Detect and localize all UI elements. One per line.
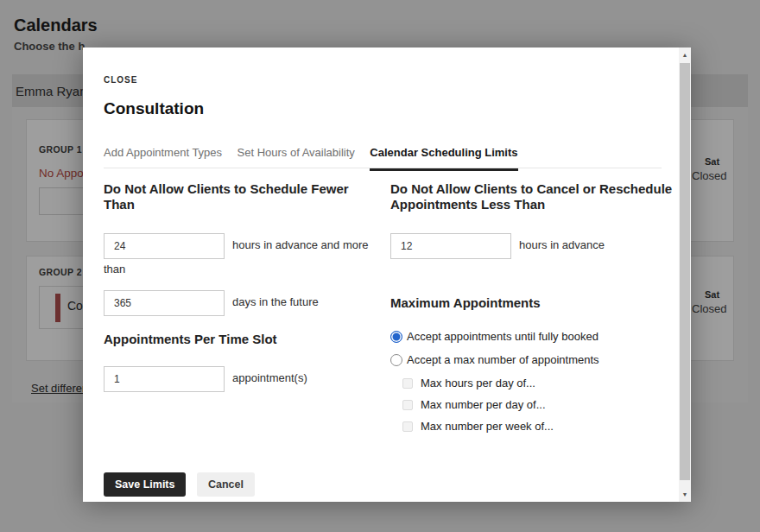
- tab-add-appointment-types[interactable]: Add Appointment Types: [104, 146, 222, 168]
- modal-title: Consultation: [104, 99, 204, 118]
- left-column: Do Not Allow Clients to Schedule Fewer T…: [104, 181, 382, 402]
- cancel-hours-row: hours in advance: [390, 233, 675, 259]
- appointments-per-slot-label: appointment(s): [232, 371, 307, 384]
- hours-in-advance-input[interactable]: [104, 233, 225, 259]
- close-button[interactable]: CLOSE: [104, 75, 137, 85]
- radio-max-number[interactable]: Accept a max number of appointments: [390, 353, 675, 366]
- days-in-future-label: days in the future: [232, 295, 319, 308]
- cancel-hours-label: hours in advance: [519, 238, 605, 251]
- per-time-slot-heading: Appointments Per Time Slot: [104, 332, 382, 347]
- cancel-button[interactable]: Cancel: [197, 472, 255, 497]
- days-in-future-row: days in the future: [104, 290, 382, 316]
- hours-in-advance-row: hours in advance and more than: [104, 233, 382, 280]
- radio-fully-booked[interactable]: Accept appointments until fully booked: [390, 330, 675, 343]
- cancel-reschedule-heading: Do Not Allow Clients to Cancel or Resche…: [390, 181, 675, 212]
- scroll-up-icon[interactable]: ▲: [679, 48, 691, 62]
- modal-scrollbar[interactable]: ▲ ▼: [679, 48, 691, 502]
- appointments-per-slot-input[interactable]: [104, 366, 225, 392]
- tab-calendar-scheduling-limits[interactable]: Calendar Scheduling Limits: [370, 146, 517, 171]
- right-column: Do Not Allow Clients to Cancel or Resche…: [390, 181, 675, 441]
- radio-selected-icon[interactable]: [390, 331, 402, 343]
- checkbox-icon[interactable]: [402, 378, 413, 389]
- tab-set-hours-of-availability[interactable]: Set Hours of Availability: [238, 146, 355, 168]
- checkbox-max-number-per-day-label: Max number per day of...: [421, 398, 546, 411]
- checkbox-max-number-per-week-label: Max number per week of...: [421, 420, 554, 433]
- save-limits-button[interactable]: Save Limits: [104, 472, 186, 497]
- checkbox-max-number-per-week[interactable]: Max number per week of...: [402, 420, 675, 433]
- checkbox-max-hours-per-day-label: Max hours per day of...: [421, 377, 535, 390]
- radio-max-number-label: Accept a max number of appointments: [407, 353, 599, 366]
- days-in-future-input[interactable]: [104, 290, 225, 316]
- checkbox-max-hours-per-day[interactable]: Max hours per day of...: [402, 377, 675, 390]
- modal-tabs: Add Appointment Types Set Hours of Avail…: [104, 144, 662, 168]
- checkbox-max-number-per-day[interactable]: Max number per day of...: [402, 398, 675, 411]
- maximum-appointments-heading: Maximum Appointments: [390, 295, 675, 311]
- radio-fully-booked-label: Accept appointments until fully booked: [407, 330, 598, 343]
- appointments-per-slot-row: appointment(s): [104, 366, 382, 392]
- modal-actions: Save Limits Cancel: [104, 472, 255, 497]
- radio-unselected-icon[interactable]: [390, 354, 402, 366]
- scrollbar-thumb[interactable]: [680, 63, 690, 480]
- scroll-down-icon[interactable]: ▼: [679, 487, 691, 502]
- scheduling-limits-modal: CLOSE Consultation Add Appointment Types…: [83, 48, 691, 502]
- checkbox-icon[interactable]: [402, 400, 413, 410]
- schedule-fewer-heading: Do Not Allow Clients to Schedule Fewer T…: [104, 181, 382, 212]
- checkbox-icon[interactable]: [402, 421, 413, 432]
- cancel-hours-input[interactable]: [390, 233, 511, 259]
